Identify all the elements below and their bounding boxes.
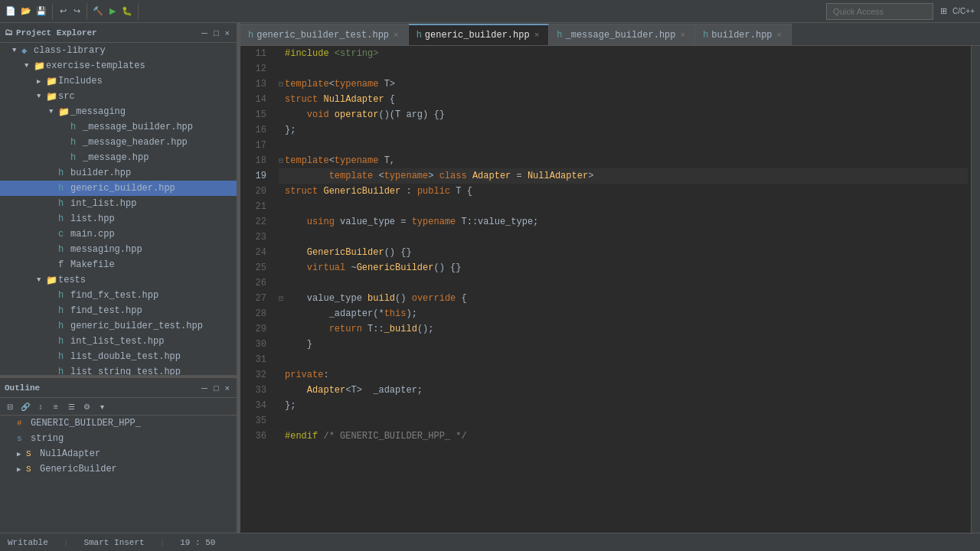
tab-close-generic-builder-test[interactable]: × <box>392 31 400 40</box>
outline-item-null-adapter[interactable]: ▶ S NullAdapter <box>0 446 237 461</box>
tab-close-message-builder[interactable]: × <box>679 31 688 40</box>
tab-file-icon: h <box>557 30 562 41</box>
code-token: template <box>285 154 329 168</box>
tree-label-messaging-hpp: messaging.hpp <box>70 244 237 255</box>
tree-item-find-fx-test[interactable]: h find_fx_test.hpp <box>0 288 237 303</box>
outline-maximize-button[interactable]: □ <box>211 383 221 393</box>
outline-item-define[interactable]: # GENERIC_BUILDER_HPP_ <box>0 416 237 431</box>
code-token <box>285 108 307 122</box>
status-insert-mode: Smart Insert <box>83 538 144 547</box>
tree-item-message-header-hpp[interactable]: h _message_header.hpp <box>0 135 237 150</box>
tree-label-list-double-test: list_double_test.hpp <box>70 351 237 362</box>
tree-item-tests[interactable]: ▼ 📁 tests <box>0 272 237 288</box>
tree-item-message-hpp[interactable]: h _message.hpp <box>0 150 237 165</box>
outline-more-button[interactable]: ▾ <box>95 399 109 413</box>
code-line-32: private: <box>279 367 968 383</box>
code-line-27: ⊟ value_type build() override { <box>279 291 968 306</box>
outline-link-editor-button[interactable]: 🔗 <box>18 399 32 413</box>
tree-item-generic-builder-test[interactable]: h generic_builder_test.hpp <box>0 318 237 334</box>
tree-item-makefile[interactable]: f Makefile <box>0 257 237 272</box>
project-explorer-close-button[interactable]: × <box>223 28 232 38</box>
tab-message-builder[interactable]: h _message_builder.hpp × <box>549 24 695 45</box>
code-token: { <box>384 93 395 106</box>
cpp-perspective-button[interactable]: C/C++ <box>950 3 977 20</box>
quick-access-input[interactable] <box>826 3 933 20</box>
tab-close-builder[interactable]: × <box>776 31 784 40</box>
open-file-button[interactable]: 📂 <box>18 3 34 20</box>
tree-item-src[interactable]: ▼ 📁 src <box>0 89 237 104</box>
outline-item-string[interactable]: s string <box>0 431 237 446</box>
code-token <box>467 169 472 183</box>
code-token: _adapter(* <box>285 307 384 321</box>
code-token: NullAdapter <box>528 169 588 183</box>
tab-close-generic-builder[interactable]: × <box>533 31 541 40</box>
undo-button[interactable]: ↩ <box>56 3 70 20</box>
tab-generic-builder-test[interactable]: h generic_builder_test.hpp × <box>240 24 409 45</box>
line-num-17: 17 <box>247 138 270 153</box>
tree-item-int-list-hpp[interactable]: h int_list.hpp <box>0 196 237 211</box>
outline-collapse-all-button[interactable]: ⊟ <box>3 399 17 413</box>
arrow-tests: ▼ <box>37 276 46 284</box>
tree-item-list-string-test[interactable]: h list_string_test.hpp <box>0 364 237 375</box>
arrow-null-adapter: ▶ <box>17 450 26 458</box>
code-token: ) {} <box>423 108 445 122</box>
code-token: < <box>373 169 384 183</box>
code-token: Adapter <box>307 383 345 397</box>
run-button[interactable]: ▶ <box>106 3 119 20</box>
fold-24 <box>279 247 283 259</box>
fold-20 <box>279 186 283 197</box>
tree-item-messaging[interactable]: ▼ 📁 _messaging <box>0 104 237 119</box>
outline-label-null-adapter: NullAdapter <box>40 448 232 459</box>
tree-item-list-hpp[interactable]: h list.hpp <box>0 211 237 227</box>
tree-label-generic-builder-hpp: generic_builder.hpp <box>70 183 237 194</box>
tree-item-int-list-test[interactable]: h int_list_test.hpp <box>0 334 237 349</box>
code-token: value_type = <box>335 215 412 229</box>
outline-minimize-button[interactable]: ─ <box>199 383 210 393</box>
tab-generic-builder[interactable]: h generic_builder.hpp × <box>409 24 550 45</box>
outline-hide-fields-button[interactable]: ☰ <box>64 399 78 413</box>
tree-item-main-cpp[interactable]: c main.cpp <box>0 227 237 242</box>
project-explorer-maximize-button[interactable]: □ <box>211 28 221 38</box>
debug-button[interactable]: 🐛 <box>119 3 135 20</box>
code-token: override <box>412 292 456 305</box>
code-token: ()(T <box>378 108 406 122</box>
code-token: template <box>285 77 329 91</box>
tree-item-class-library[interactable]: ▼ ◆ class-library <box>0 43 237 58</box>
code-line-24: GenericBuilder() {} <box>279 245 968 260</box>
outline-settings-button[interactable]: ⚙ <box>80 399 93 413</box>
outline-sort-button[interactable]: ↕ <box>34 399 47 413</box>
tab-builder[interactable]: h builder.hpp × <box>695 24 792 45</box>
status-sep-2: | <box>160 538 165 547</box>
project-explorer-minimize-button[interactable]: ─ <box>199 28 210 38</box>
tree-label-tests: tests <box>58 275 237 285</box>
fold-33 <box>279 385 283 396</box>
tree-item-messaging-hpp[interactable]: h messaging.hpp <box>0 242 237 257</box>
save-button[interactable]: 💾 <box>34 3 49 20</box>
outline-item-generic-builder[interactable]: ▶ S GenericBuilder <box>0 461 237 477</box>
code-token: T { <box>450 184 472 198</box>
tree-item-generic-builder-hpp[interactable]: h generic_builder.hpp <box>0 181 237 196</box>
outline-close-button[interactable]: × <box>223 383 232 393</box>
build-button[interactable]: 🔨 <box>90 3 106 20</box>
code-token: GenericBuilder <box>323 184 400 198</box>
code-line-21 <box>279 199 968 214</box>
tab-label-builder: builder.hpp <box>711 30 772 41</box>
folder-icon: 📁 <box>46 275 58 286</box>
line-num-27: 27 <box>247 291 270 306</box>
outline-filter-button[interactable]: ≡ <box>49 399 63 413</box>
tree-item-includes[interactable]: ▶ 📁 Includes <box>0 73 237 89</box>
tree-label-main-cpp: main.cpp <box>70 229 237 240</box>
tree-item-find-test[interactable]: h find_test.hpp <box>0 303 237 318</box>
code-editor[interactable]: 11 12 13 14 15 16 17 18 19 20 21 22 23 2… <box>240 46 980 533</box>
tree-item-builder-hpp[interactable]: h builder.hpp <box>0 165 237 181</box>
tree-item-list-double-test[interactable]: h list_double_test.hpp <box>0 349 237 364</box>
new-file-button[interactable]: 📄 <box>3 3 18 20</box>
code-token: = <box>511 169 528 183</box>
tree-item-message-builder-hpp[interactable]: h _message_builder.hpp <box>0 119 237 135</box>
redo-button[interactable]: ↪ <box>70 3 83 20</box>
code-token: _build <box>384 322 417 336</box>
code-token: <string> <box>335 47 379 60</box>
tree-label-makefile: Makefile <box>70 259 237 270</box>
tree-item-exercise-templates[interactable]: ▼ 📁 exercise-templates <box>0 58 237 73</box>
perspective-button[interactable]: ⊞ <box>936 3 950 20</box>
